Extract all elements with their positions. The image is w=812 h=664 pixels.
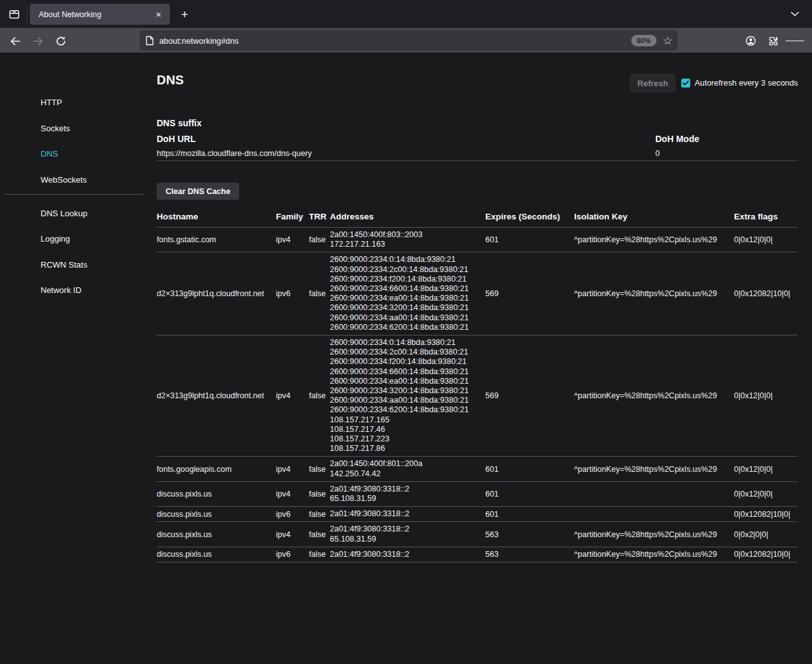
address-line: 108.157.217.46 — [330, 425, 481, 434]
url-bar[interactable]: about:networking#dns 80% ☆ — [140, 30, 678, 51]
forward-icon[interactable] — [29, 33, 47, 49]
column-header: Isolation Key — [574, 212, 734, 221]
cell-hostname: discuss.pixls.us — [157, 487, 276, 501]
sidebar-item-network-id[interactable]: Network ID — [41, 285, 81, 295]
cell-trr: false — [309, 233, 330, 247]
cell-expires: 601 — [485, 507, 574, 521]
address-line: 2600:9000:2334:f200:14:8bda:9380:21 — [330, 357, 481, 367]
cell-extra-flags: 0|0x12082|10|0| — [734, 507, 797, 521]
cell-family: ipv6 — [276, 547, 309, 561]
address-line: 2600:9000:2334:2c00:14:8bda:9380:21 — [330, 348, 481, 357]
cell-extra-flags: 0|0x12|0|0| — [734, 233, 797, 247]
cell-trr: false — [309, 547, 330, 561]
cell-extra-flags: 0|0x2|0|0| — [734, 528, 797, 542]
checkmark-icon — [683, 81, 689, 86]
cell-family: ipv4 — [276, 487, 309, 501]
address-line: 2600:9000:2334:3200:14:8bda:9380:21 — [330, 303, 481, 313]
sidebar-item-websockets[interactable]: WebSockets — [41, 175, 87, 185]
cell-trr: false — [309, 389, 330, 403]
address-line: 108.157.217.165 — [330, 415, 481, 425]
sidebar-item-logging[interactable]: Logging — [41, 234, 70, 244]
cell-addresses: 2a00:1450:400f:803::2003172.217.21.163 — [330, 228, 485, 252]
address-line: 2600:9000:2334:f200:14:8bda:9380:21 — [330, 275, 481, 284]
cell-hostname: fonts.googleapis.com — [157, 462, 276, 476]
sidebar-item-dns[interactable]: DNS — [41, 149, 58, 159]
back-icon[interactable] — [6, 33, 24, 49]
address-line: 65.108.31.59 — [330, 494, 481, 504]
zoom-level-badge[interactable]: 80% — [631, 35, 657, 46]
extensions-puzzle-icon[interactable] — [764, 32, 783, 49]
tab-separator — [27, 6, 27, 22]
cell-hostname: discuss.pixls.us — [157, 528, 276, 542]
bookmark-star-icon[interactable]: ☆ — [663, 36, 672, 46]
cell-addresses: 2a01:4f9:3080:3318::2 — [330, 547, 485, 562]
address-line: 2a00:1450:400f:803::2003 — [330, 230, 481, 240]
cell-addresses: 2600:9000:2334:0:14:8bda:9380:212600:900… — [330, 335, 485, 456]
column-header: TRR — [309, 212, 330, 221]
cell-family: ipv6 — [276, 287, 309, 301]
url-text: about:networking#dns — [159, 36, 631, 46]
menu-hamburger-icon[interactable] — [785, 32, 804, 49]
cell-expires: 569 — [485, 389, 574, 403]
cell-trr: false — [309, 462, 330, 476]
cell-family: ipv4 — [276, 462, 309, 476]
table-row: d2×313g9lpht1q.cloudfront.netipv6false26… — [157, 252, 797, 335]
address-line: 2600:9000:2334:0:14:8bda:9380:21 — [330, 255, 481, 264]
address-line: 2600:9000:2334:ea00:14:8bda:9380:21 — [330, 294, 481, 303]
address-line: 2600:9000:2334:ea00:14:8bda:9380:21 — [330, 377, 481, 386]
cell-trr: false — [309, 507, 330, 521]
page-content: HTTPSocketsDNSWebSocketsDNS LookupLoggin… — [0, 53, 812, 664]
tab-about-networking[interactable]: About Networking × — [30, 4, 170, 25]
refresh-button[interactable]: Refresh — [630, 74, 676, 93]
list-all-tabs-chevron-down-icon[interactable] — [790, 7, 806, 21]
cell-family: ipv4 — [276, 389, 309, 403]
cell-hostname: discuss.pixls.us — [157, 547, 276, 561]
cell-addresses: 2a01:4f9:3080:3318::265.108.31.59 — [330, 522, 485, 546]
cell-expires: 601 — [485, 233, 574, 247]
firefox-view-icon[interactable] — [4, 4, 24, 23]
address-line: 108.157.217.86 — [330, 444, 481, 453]
doh-mode-value: 0 — [655, 149, 660, 158]
sidebar: HTTPSocketsDNSWebSocketsDNS LookupLoggin… — [0, 53, 157, 664]
sidebar-item-dns-lookup[interactable]: DNS Lookup — [41, 209, 88, 218]
cell-addresses: 2a00:1450:400f:801::200a142.250.74.42 — [330, 457, 485, 481]
column-header: Addresses — [330, 212, 485, 221]
cell-hostname: d2×313g9lpht1q.cloudfront.net — [157, 287, 276, 301]
table-row: discuss.pixls.usipv6false2a01:4f9:3080:3… — [157, 507, 797, 522]
address-line: 2600:9000:2334:0:14:8bda:9380:21 — [330, 338, 481, 348]
cell-trr: false — [309, 287, 330, 301]
column-header: Extra flags — [734, 212, 797, 221]
cell-addresses: 2a01:4f9:3080:3318::2 — [330, 507, 485, 521]
tab-close-icon[interactable]: × — [152, 8, 165, 21]
navigation-toolbar: about:networking#dns 80% ☆ — [0, 28, 812, 53]
cell-extra-flags: 0|0x12082|10|0| — [734, 547, 797, 561]
column-header: Expires (Seconds) — [485, 212, 574, 221]
table-row: fonts.gstatic.comipv4false2a00:1450:400f… — [157, 228, 797, 252]
sidebar-item-http[interactable]: HTTP — [41, 98, 62, 107]
table-row: discuss.pixls.usipv4false2a01:4f9:3080:3… — [157, 482, 797, 507]
clear-dns-cache-button[interactable]: Clear DNS Cache — [157, 183, 239, 200]
table-row: d2×313g9lpht1q.cloudfront.netipv4false26… — [157, 335, 797, 457]
cell-trr: false — [309, 487, 330, 501]
cell-hostname: fonts.gstatic.com — [157, 233, 276, 247]
sidebar-divider — [5, 194, 143, 195]
cell-isolation-key: ^partitionKey=%28https%2Cpixls.us%29 — [574, 462, 734, 476]
sidebar-item-sockets[interactable]: Sockets — [41, 124, 70, 133]
autorefresh-checkbox[interactable] — [681, 79, 690, 88]
new-tab-button[interactable]: + — [176, 6, 193, 23]
table-row: fonts.googleapis.comipv4false2a00:1450:4… — [157, 457, 797, 481]
dns-table: HostnameFamilyTRRAddressesExpires (Secon… — [157, 212, 797, 563]
cell-expires: 601 — [485, 487, 574, 501]
cell-expires: 563 — [485, 547, 574, 561]
account-icon[interactable] — [741, 32, 760, 49]
sidebar-item-rcwn-stats[interactable]: RCWN Stats — [41, 260, 88, 270]
address-line: 2600:9000:2334:aa00:14:8bda:9380:21 — [330, 396, 481, 405]
page-icon — [145, 36, 154, 46]
reload-icon[interactable] — [52, 33, 70, 49]
cell-trr: false — [309, 528, 330, 542]
autorefresh-toggle[interactable]: Autorefresh every 3 seconds — [681, 78, 798, 88]
address-line: 2a01:4f9:3080:3318::2 — [330, 550, 481, 559]
dns-suffix-heading: DNS suffix — [157, 118, 202, 128]
cell-extra-flags: 0|0x12|0|0| — [734, 487, 797, 501]
address-line: 2600:9000:2334:6600:14:8bda:9380:21 — [330, 367, 481, 377]
